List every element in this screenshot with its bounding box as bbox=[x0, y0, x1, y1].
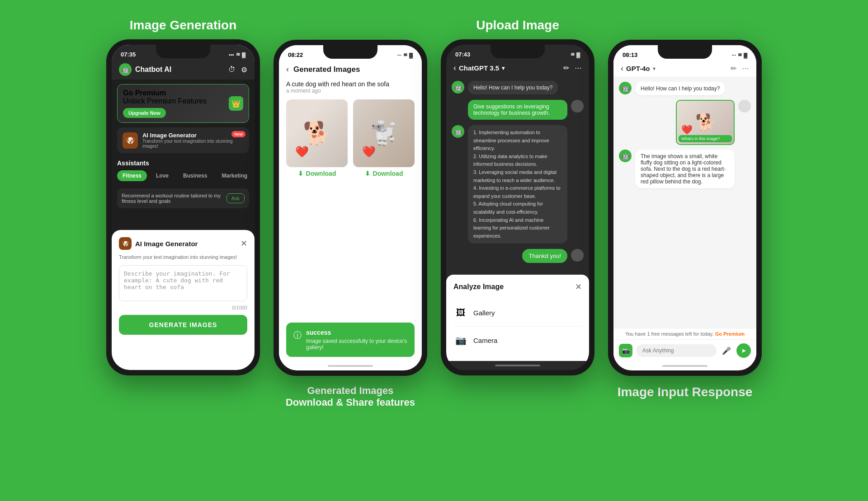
premium-text: Go Premium Unlock Premium Features Upgra… bbox=[123, 89, 207, 118]
home-indicator-1 bbox=[160, 365, 206, 366]
phone-4-inner: 08:13 ··· ≋ ▓ ‹ GPT-4o ▾ bbox=[613, 45, 756, 370]
battery-icon-2: ▓ bbox=[409, 52, 413, 58]
tab-marketing[interactable]: Marketing bbox=[216, 170, 253, 181]
camera-option[interactable]: 📷 Camera bbox=[453, 327, 582, 354]
chat-back-icon[interactable]: ‹ bbox=[453, 63, 456, 73]
phone-4: 08:13 ··· ≋ ▓ ‹ GPT-4o ▾ bbox=[608, 40, 762, 376]
gallery-label: Gallery bbox=[473, 309, 495, 317]
dots-icon: ··· bbox=[397, 52, 401, 58]
battery-icon-4: ▓ bbox=[744, 52, 747, 58]
bottom-caption-2: Generated Images Download & Share featur… bbox=[286, 385, 415, 408]
modal-header: 🐶 AI Image Generator ✕ bbox=[119, 237, 247, 250]
success-banner: ⓘ success Image saved successfully to yo… bbox=[286, 323, 415, 357]
download-btn-1[interactable]: ⬇ Download bbox=[298, 170, 336, 177]
chat-messages-4: 🤖 Hello! How can I help you today? 🐕 ❤️ … bbox=[613, 77, 756, 328]
modal-title-row: 🐶 AI Image Generator bbox=[119, 237, 198, 250]
image-caption: What's in this image? bbox=[679, 135, 732, 142]
chat-input-field[interactable] bbox=[636, 344, 717, 357]
download-icon-2: ⬇ bbox=[365, 170, 370, 177]
char-count: 0/1000 bbox=[119, 305, 247, 310]
user-avatar-3b bbox=[571, 249, 584, 262]
image-card-2: 🐩 ❤️ ⬇ Download bbox=[353, 99, 415, 177]
tab-love[interactable]: Love bbox=[151, 170, 174, 181]
chat-back-icon-4[interactable]: ‹ bbox=[621, 64, 623, 73]
pencil-icon[interactable]: ✏ bbox=[563, 64, 569, 72]
more-icon-4[interactable]: ⋯ bbox=[742, 64, 749, 73]
chat-title-3: ChatGPT 3.5 ▾ bbox=[459, 64, 505, 72]
status-icons-3: ≋ ▓ bbox=[571, 52, 580, 57]
battery-icon: ▓ bbox=[242, 52, 245, 57]
feature-icon: 🐶 bbox=[123, 132, 138, 149]
history-icon[interactable]: ⏱ bbox=[228, 66, 236, 74]
go-premium-link[interactable]: Go Premium bbox=[715, 331, 745, 337]
download-icon-1: ⬇ bbox=[298, 170, 303, 177]
camera-label: Camera bbox=[473, 337, 497, 344]
phone2-content: ‹ Generated Images A cute dog with red h… bbox=[279, 60, 422, 361]
prompt-time: a moment ago bbox=[286, 88, 415, 94]
chat-header-3: ‹ ChatGPT 3.5 ▾ ✏ ⋯ bbox=[446, 60, 589, 76]
generate-images-btn[interactable]: GENERATE IMAGES bbox=[119, 315, 247, 335]
feature-card[interactable]: 🐶 AI Image Generator Transform your text… bbox=[117, 127, 249, 153]
gpt-dropdown[interactable]: ▾ bbox=[653, 66, 656, 72]
camera-icon: 📷 bbox=[453, 333, 468, 347]
phone-3: 07:43 ≋ ▓ ‹ ChatGPT 3.5 ▾ bbox=[441, 39, 594, 375]
analyze-header: Analyze Image ✕ bbox=[453, 282, 582, 292]
premium-notice: You have 1 free messages left for today.… bbox=[613, 328, 756, 339]
success-icon: ⓘ bbox=[293, 330, 302, 341]
ai-hello-bubble: Hello! How can I help you today? bbox=[468, 81, 558, 94]
phone-2-inner: 08:22 ··· ≋ ▓ ‹ Generated Images bbox=[279, 45, 422, 370]
ai-avatar-4: 🤖 bbox=[619, 82, 632, 94]
modal-close-btn[interactable]: ✕ bbox=[241, 239, 247, 248]
signal-icon: ≋ bbox=[236, 52, 240, 57]
user-image-container: 🐕 ❤️ What's in this image? bbox=[676, 100, 735, 145]
status-icons-4: ··· ≋ ▓ bbox=[732, 52, 747, 58]
phone-3-inner: 07:43 ≋ ▓ ‹ ChatGPT 3.5 ▾ bbox=[446, 45, 589, 370]
business-list: 1. Implementing automation to streamline… bbox=[473, 129, 562, 240]
caption-line-1: Generated Images bbox=[286, 385, 415, 397]
ask-btn[interactable]: Ask bbox=[226, 193, 245, 203]
premium-card: Go Premium Unlock Premium Features Upgra… bbox=[117, 84, 249, 123]
feature-text: AI Image Generator Transform your text i… bbox=[142, 132, 244, 149]
phones-row: Image Generation 07:35 ▪▪▪ ≋ ▓ bbox=[27, 18, 841, 408]
success-content: success Image saved successfully to your… bbox=[306, 329, 407, 351]
wifi-icon-3: ≋ bbox=[571, 52, 575, 57]
upgrade-btn[interactable]: Upgrade Now bbox=[123, 108, 166, 118]
image-prompt-input[interactable]: Describe your imagination. For example: … bbox=[119, 265, 247, 301]
send-btn[interactable]: ➤ bbox=[736, 343, 751, 358]
time-4: 08:13 bbox=[623, 52, 637, 58]
status-icons-2: ··· ≋ ▓ bbox=[397, 52, 413, 58]
phone-notch-4 bbox=[658, 45, 712, 59]
ai-greeting-bubble: Hello! How can I help you today? bbox=[635, 82, 725, 95]
ai-avatar-3b: 🤖 bbox=[452, 125, 464, 138]
phone4-content: ‹ GPT-4o ▾ ✏ ⋯ 🤖 bbox=[613, 60, 756, 361]
gen-image-1: 🐕 ❤️ bbox=[286, 99, 348, 167]
ai-avatar-3: 🤖 bbox=[452, 81, 464, 94]
pencil-icon-4[interactable]: ✏ bbox=[731, 64, 736, 73]
caption-line-2: Download & Share features bbox=[286, 397, 415, 408]
user-msg-bubble: Give suggestions on leveraging technolog… bbox=[468, 100, 567, 120]
download-btn-2[interactable]: ⬇ Download bbox=[365, 170, 403, 177]
gallery-option[interactable]: 🖼 Gallery bbox=[453, 299, 582, 327]
modal-icon: 🐶 bbox=[119, 237, 132, 250]
premium-subtitle: Unlock Premium Features bbox=[123, 97, 207, 105]
home-indicator-2 bbox=[328, 365, 373, 367]
analyze-close-btn[interactable]: ✕ bbox=[575, 282, 582, 292]
mic-icon[interactable]: 🎤 bbox=[720, 344, 733, 357]
camera-input-icon[interactable]: 📷 bbox=[619, 344, 632, 357]
more-icon[interactable]: ⋯ bbox=[575, 64, 582, 72]
recommend-text: Recommend a workout routine tailored to … bbox=[122, 193, 226, 204]
phone-1: 07:35 ▪▪▪ ≋ ▓ 🤖 Chatbot AI bbox=[106, 39, 260, 375]
battery-icon-3: ▓ bbox=[576, 52, 580, 57]
tab-business[interactable]: Business bbox=[178, 170, 212, 181]
dropdown-icon[interactable]: ▾ bbox=[502, 65, 505, 71]
thanks-row: Thankd you! bbox=[452, 249, 584, 263]
list-item-4: 4. Investing in e-commerce platforms to … bbox=[473, 184, 562, 200]
dog-image-placeholder-2: 🐩 ❤️ bbox=[353, 99, 415, 167]
nav-back-2[interactable]: ‹ bbox=[286, 65, 289, 74]
app-logo-1: 🤖 bbox=[119, 63, 132, 76]
settings-icon[interactable]: ⚙ bbox=[241, 66, 247, 74]
list-item-5: 5. Adopting cloud computing for scalabil… bbox=[473, 200, 562, 216]
tab-fitness[interactable]: Fitness bbox=[117, 170, 147, 181]
time-3: 07:43 bbox=[455, 51, 470, 58]
image-prompt-area: A cute dog with red heart on the sofa a … bbox=[279, 79, 422, 99]
